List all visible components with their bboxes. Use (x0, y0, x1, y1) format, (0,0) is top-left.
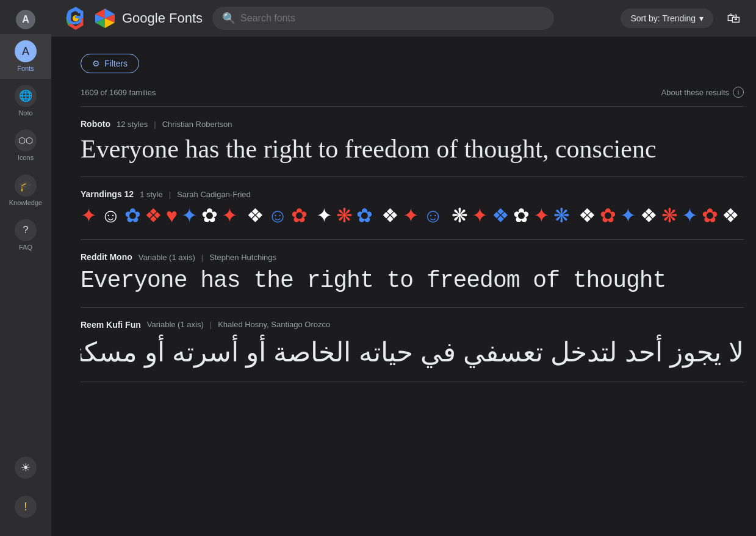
avatar[interactable]: A (16, 10, 35, 29)
symbol-16: ✦ (403, 204, 419, 227)
font-meta-yarndings: Yarndings 12 1 style | Sarah Cadigan-Fri… (81, 189, 744, 199)
symbol-26: ✦ (620, 204, 636, 227)
chevron-down-icon: ▾ (699, 13, 704, 23)
font-author-reddit-mono: Stephen Hutchings (209, 253, 276, 262)
font-preview-roboto[interactable]: Everyone has the right to freedom of tho… (81, 134, 744, 164)
sidebar-item-fonts-label: Fonts (17, 65, 34, 73)
font-meta-reem-kufi: Reem Kufi Fun Variable (1 axis) | Khaled… (81, 320, 744, 330)
font-card-reddit-mono: Reddit Mono Variable (1 axis) | Stephen … (81, 240, 744, 308)
sidebar-item-icons-label: Icons (18, 154, 34, 162)
font-separator-yarndings: | (169, 190, 171, 199)
sidebar: A A Fonts 🌐 Noto ⬡⬡ Icons 🎓 Knowledge ? … (0, 0, 51, 536)
icons-icon: ⬡⬡ (15, 129, 37, 151)
symbol-25: ✿ (600, 204, 616, 227)
info-icon: i (733, 87, 744, 98)
font-separator-reddit-mono: | (201, 253, 203, 262)
font-preview-reem-kufi[interactable]: لا يجوز أحد لتدخل تعسفي في حياته الخاصة … (81, 335, 744, 369)
sidebar-item-faq[interactable]: ? FAQ (0, 213, 51, 258)
symbol-8: ✦ (221, 204, 238, 227)
font-card-reem-kufi: Reem Kufi Fun Variable (1 axis) | Khaled… (81, 308, 744, 382)
symbol-5: ♥ (166, 205, 178, 227)
symbol-15: ❖ (381, 204, 399, 227)
font-styles-reem-kufi: Variable (1 axis) (147, 320, 204, 329)
about-results-link[interactable]: About these results i (661, 87, 744, 98)
symbol-10: ☺ (268, 205, 288, 227)
symbol-28: ❋ (661, 204, 678, 227)
filters-button[interactable]: ⚙ Filters (81, 54, 139, 73)
symbol-19: ✦ (472, 204, 488, 227)
font-meta-roboto: Roboto 12 styles | Christian Robertson (81, 119, 744, 129)
sidebar-item-knowledge-label: Knowledge (9, 199, 42, 207)
symbol-2: ☺ (101, 205, 121, 227)
symbol-18: ❋ (452, 204, 468, 227)
symbol-4: ❖ (145, 204, 162, 227)
font-name-reem-kufi: Reem Kufi Fun (81, 320, 141, 330)
symbol-1: ✦ (81, 204, 97, 227)
filters-label: Filters (104, 59, 128, 68)
font-styles-roboto: 12 styles (117, 120, 148, 129)
search-input[interactable] (240, 13, 544, 24)
logo-text: Google Fonts (122, 10, 203, 26)
search-icon: 🔍 (222, 12, 236, 25)
font-styles-yarndings: 1 style (140, 190, 163, 199)
noto-icon: 🌐 (15, 85, 37, 107)
symbol-24: ❖ (578, 204, 596, 227)
sidebar-item-icons[interactable]: ⬡⬡ Icons (0, 123, 51, 168)
cart-button[interactable]: 🛍 (723, 7, 744, 30)
font-preview-yarndings[interactable]: ✦ ☺ ✿ ❖ ♥ ✦ ✿ ✦ ❖ ☺ ✿ ✦ ❋ ✿ ❖ ✦ ☺ ❋ ✦ ❖ (81, 204, 744, 227)
content-area: ⚙ Filters 1609 of 1609 families About th… (51, 37, 756, 536)
font-meta-reddit-mono: Reddit Mono Variable (1 axis) | Stephen … (81, 252, 744, 262)
symbol-27: ❖ (640, 204, 658, 227)
font-author-yarndings: Sarah Cadigan-Fried (177, 190, 251, 199)
font-separator-reem-kufi: | (210, 320, 212, 329)
symbol-30: ✿ (702, 204, 718, 227)
font-card-roboto: Roboto 12 styles | Christian Robertson E… (81, 107, 744, 177)
symbol-7: ✿ (201, 204, 218, 227)
symbol-11: ✿ (291, 204, 308, 227)
sidebar-item-noto-label: Noto (18, 109, 32, 117)
sort-button[interactable]: Sort by: Trending ▾ (621, 9, 713, 28)
filter-icon: ⚙ (92, 59, 100, 68)
symbol-3: ✿ (124, 204, 141, 227)
font-preview-reddit-mono[interactable]: Everyone has the right to freedom of tho… (81, 267, 744, 295)
about-results-text: About these results (661, 88, 729, 97)
warning-button[interactable]: ! (12, 490, 39, 524)
symbol-20: ❖ (492, 204, 509, 227)
symbol-12: ✦ (316, 204, 333, 227)
sidebar-item-fonts[interactable]: A Fonts (0, 34, 51, 79)
symbol-6: ✦ (181, 204, 198, 227)
main-content: G Google Fonts 🔍 (51, 0, 756, 536)
sidebar-item-knowledge[interactable]: 🎓 Knowledge (0, 168, 51, 213)
symbol-9: ❖ (247, 204, 264, 227)
symbol-29: ✦ (682, 204, 698, 227)
font-name-yarndings: Yarndings 12 (81, 189, 134, 199)
font-styles-reddit-mono: Variable (1 axis) (139, 253, 195, 262)
symbol-32: ✦ (743, 204, 744, 227)
sidebar-item-faq-label: FAQ (19, 244, 32, 252)
results-count: 1609 of 1609 families (81, 88, 156, 97)
knowledge-icon: 🎓 (15, 175, 37, 197)
sort-label: Sort by: Trending (630, 13, 696, 23)
svg-text:G: G (66, 6, 83, 29)
symbol-17: ☺ (423, 205, 443, 227)
font-author-roboto: Christian Robertson (162, 120, 232, 129)
brightness-button[interactable]: ☀ (12, 451, 39, 485)
faq-icon: ? (15, 219, 37, 241)
logo-area: G Google Fonts (63, 6, 203, 31)
font-author-reem-kufi: Khaled Hosny, Santiago Orozco (218, 320, 330, 329)
search-bar[interactable]: 🔍 (212, 7, 554, 30)
fonts-icon: A (15, 40, 37, 62)
filters-row: ⚙ Filters (81, 46, 744, 81)
font-card-yarndings: Yarndings 12 1 style | Sarah Cadigan-Fri… (81, 177, 744, 240)
brightness-icon: ☀ (15, 457, 37, 479)
font-separator-roboto: | (154, 120, 156, 129)
font-name-reddit-mono: Reddit Mono (81, 252, 132, 262)
symbol-23: ❋ (553, 204, 570, 227)
symbol-21: ✿ (513, 204, 530, 227)
gf-logo-icon (94, 7, 116, 29)
sidebar-item-noto[interactable]: 🌐 Noto (0, 79, 51, 123)
symbol-22: ✦ (533, 204, 550, 227)
symbol-31: ❖ (722, 204, 740, 227)
header: G Google Fonts 🔍 (51, 0, 756, 37)
font-name-roboto: Roboto (81, 119, 110, 129)
